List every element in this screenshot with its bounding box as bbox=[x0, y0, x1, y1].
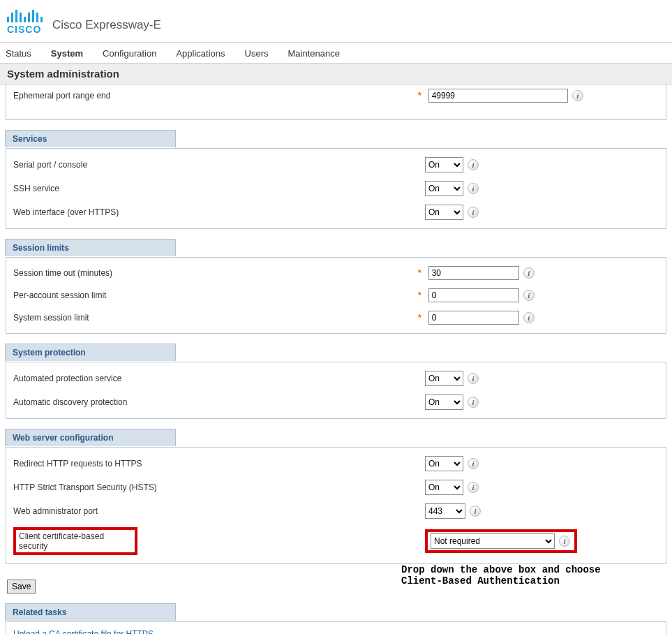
session-timeout-row: Session time out (minutes) * i bbox=[6, 262, 666, 284]
required-marker: * bbox=[418, 290, 421, 300]
redirect-http-select[interactable]: On bbox=[425, 456, 463, 471]
services-panel: Serial port / console On i SSH service O… bbox=[6, 148, 666, 229]
required-marker: * bbox=[418, 313, 421, 323]
automated-protection-select[interactable]: On bbox=[425, 371, 463, 386]
related-tasks-panel: Upload a CA certificate file for HTTPS T… bbox=[6, 621, 666, 634]
per-account-limit-label: Per-account session limit bbox=[13, 290, 425, 300]
info-icon[interactable]: i bbox=[468, 207, 479, 218]
redirect-http-row: Redirect HTTP requests to HTTPS On i bbox=[6, 452, 666, 476]
client-cert-select[interactable]: Not required bbox=[431, 533, 555, 549]
client-cert-label: Client certificate-based security bbox=[19, 531, 104, 551]
serial-port-label: Serial port / console bbox=[13, 160, 425, 170]
save-button[interactable]: Save bbox=[7, 580, 36, 594]
ssh-service-row: SSH service On i bbox=[6, 177, 666, 200]
page-title: System administration bbox=[0, 63, 672, 84]
per-account-limit-row: Per-account session limit * i bbox=[6, 284, 666, 307]
system-protection-panel: Automated protection service On i Automa… bbox=[6, 362, 666, 419]
cisco-bars-icon bbox=[7, 6, 43, 22]
upload-ca-cert-link[interactable]: Upload a CA certificate file for HTTPS bbox=[13, 629, 154, 634]
nav-system[interactable]: System bbox=[51, 48, 83, 59]
info-icon[interactable]: i bbox=[523, 267, 535, 279]
related-tasks-header: Related tasks bbox=[5, 603, 176, 621]
client-cert-row: Client certificate-based security Not re… bbox=[6, 523, 666, 559]
session-limits-panel: Session time out (minutes) * i Per-accou… bbox=[6, 257, 666, 334]
web-admin-port-row: Web administrator port 443 i bbox=[6, 499, 666, 523]
info-icon[interactable]: i bbox=[559, 536, 570, 547]
system-session-limit-input[interactable] bbox=[428, 311, 519, 325]
web-server-header: Web server configuration bbox=[5, 429, 176, 446]
info-icon[interactable]: i bbox=[470, 506, 481, 517]
client-cert-value-highlight: Not required i bbox=[425, 529, 577, 553]
per-account-limit-input[interactable] bbox=[428, 288, 519, 302]
cisco-logo: CISCO bbox=[7, 6, 43, 35]
ephemeral-port-range-end-row: Ephemeral port range end * i bbox=[6, 84, 666, 107]
app-header: CISCO Cisco Expressway-E bbox=[0, 0, 672, 43]
info-icon[interactable]: i bbox=[523, 290, 535, 301]
automatic-discovery-row: Automatic discovery protection On i bbox=[6, 390, 666, 414]
primary-nav: Status System Configuration Applications… bbox=[0, 43, 672, 63]
ephemeral-panel: Ephemeral port range end * i bbox=[6, 84, 666, 120]
nav-applications[interactable]: Applications bbox=[176, 48, 225, 59]
info-icon[interactable]: i bbox=[468, 397, 479, 408]
web-interface-label: Web interface (over HTTPS) bbox=[13, 207, 425, 217]
hsts-row: HTTP Strict Transport Security (HSTS) On… bbox=[6, 476, 666, 499]
web-server-panel: Redirect HTTP requests to HTTPS On i HTT… bbox=[6, 447, 666, 564]
nav-maintenance[interactable]: Maintenance bbox=[288, 48, 340, 59]
required-marker: * bbox=[418, 91, 421, 101]
info-icon[interactable]: i bbox=[523, 312, 535, 323]
product-name: Cisco Expressway-E bbox=[52, 18, 161, 32]
hsts-select[interactable]: On bbox=[425, 480, 463, 495]
info-icon[interactable]: i bbox=[468, 183, 479, 194]
automatic-discovery-select[interactable]: On bbox=[425, 395, 463, 410]
ssh-service-select[interactable]: On bbox=[425, 181, 463, 196]
ssh-service-label: SSH service bbox=[13, 184, 425, 193]
nav-configuration[interactable]: Configuration bbox=[103, 48, 156, 59]
info-icon[interactable]: i bbox=[468, 159, 479, 170]
system-protection-header: System protection bbox=[5, 344, 176, 361]
info-icon[interactable]: i bbox=[468, 482, 479, 493]
required-marker: * bbox=[418, 268, 421, 278]
nav-status[interactable]: Status bbox=[6, 48, 31, 59]
info-icon[interactable]: i bbox=[572, 90, 583, 101]
web-admin-port-select[interactable]: 443 bbox=[425, 503, 465, 519]
redirect-http-label: Redirect HTTP requests to HTTPS bbox=[13, 459, 425, 469]
automatic-discovery-label: Automatic discovery protection bbox=[13, 397, 425, 407]
nav-users[interactable]: Users bbox=[245, 48, 269, 59]
system-session-limit-label: System session limit bbox=[13, 313, 425, 323]
session-limits-header: Session limits bbox=[5, 239, 176, 256]
info-icon[interactable]: i bbox=[468, 373, 479, 384]
automated-protection-label: Automated protection service bbox=[13, 374, 425, 383]
web-interface-row: Web interface (over HTTPS) On i bbox=[6, 200, 666, 224]
session-timeout-label: Session time out (minutes) bbox=[13, 268, 425, 278]
automated-protection-row: Automated protection service On i bbox=[6, 367, 666, 390]
system-session-limit-row: System session limit * i bbox=[6, 307, 666, 329]
cisco-brand-text: CISCO bbox=[7, 24, 43, 35]
serial-port-select[interactable]: On bbox=[425, 157, 463, 172]
web-interface-select[interactable]: On bbox=[425, 205, 463, 220]
client-cert-label-highlight: Client certificate-based security bbox=[13, 527, 137, 555]
session-timeout-input[interactable] bbox=[428, 266, 519, 280]
ephemeral-port-range-end-input[interactable] bbox=[428, 89, 568, 103]
annotation-text: Drop down the above box and choose Clien… bbox=[401, 564, 601, 587]
web-admin-port-label: Web administrator port bbox=[13, 506, 425, 516]
hsts-label: HTTP Strict Transport Security (HSTS) bbox=[13, 482, 425, 492]
serial-port-row: Serial port / console On i bbox=[6, 153, 666, 177]
ephemeral-port-range-end-label: Ephemeral port range end bbox=[13, 91, 425, 101]
services-header: Services bbox=[5, 130, 176, 147]
info-icon[interactable]: i bbox=[468, 458, 479, 469]
